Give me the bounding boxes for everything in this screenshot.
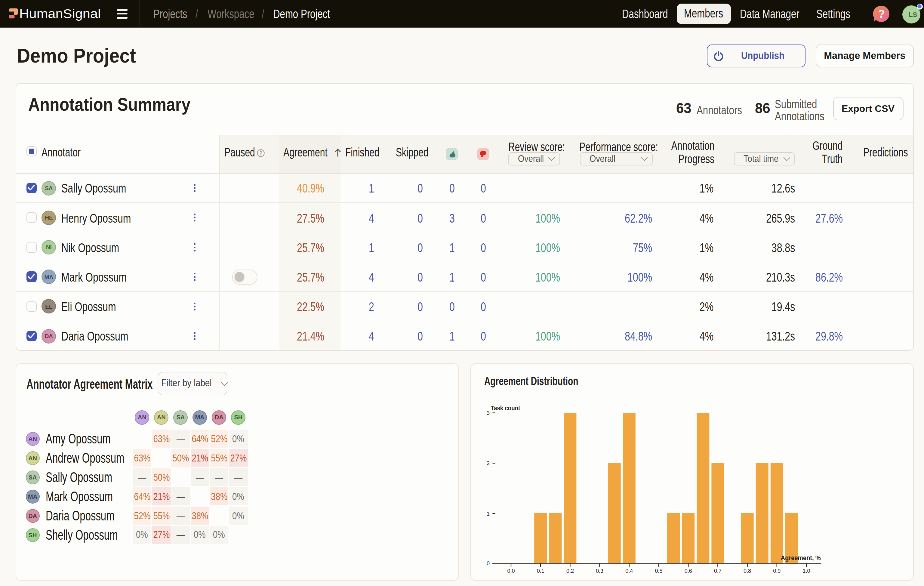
- svg-text:0.0: 0.0: [507, 568, 515, 574]
- svg-text:0.6: 0.6: [685, 568, 692, 574]
- svg-text:0.3: 0.3: [596, 568, 603, 574]
- svg-text:?: ?: [878, 8, 884, 20]
- svg-text:Agreement, %: Agreement, %: [781, 554, 821, 561]
- svg-text:0: 0: [487, 560, 490, 566]
- svg-text:0.2: 0.2: [566, 568, 574, 574]
- svg-text:3: 3: [487, 410, 490, 416]
- svg-text:0.7: 0.7: [714, 568, 721, 574]
- svg-text:0.5: 0.5: [655, 568, 662, 574]
- svg-text:0.4: 0.4: [625, 568, 633, 574]
- svg-text:2: 2: [487, 460, 490, 466]
- svg-text:?: ?: [259, 150, 262, 155]
- svg-text:1.0: 1.0: [802, 568, 810, 574]
- svg-text:1: 1: [487, 510, 490, 517]
- svg-text:0.1: 0.1: [537, 568, 544, 574]
- svg-text:0.9: 0.9: [773, 568, 780, 574]
- svg-text:0.8: 0.8: [744, 568, 751, 574]
